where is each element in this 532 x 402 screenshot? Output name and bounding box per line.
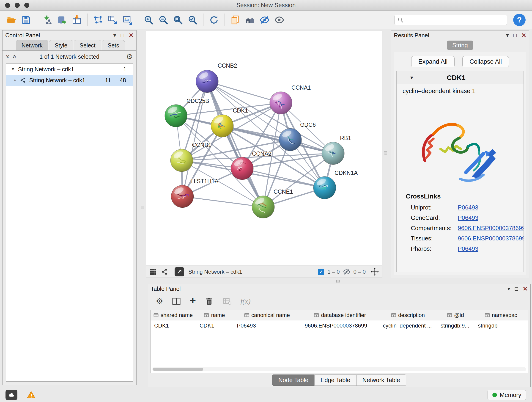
- table-cell[interactable]: stringdb: [474, 320, 528, 331]
- memory-button[interactable]: Memory: [488, 390, 526, 400]
- node-label[interactable]: HIST1H1A: [191, 178, 219, 184]
- delete-table-button-disabled[interactable]: [222, 297, 232, 306]
- tab-style[interactable]: Style: [49, 40, 73, 51]
- tab-select[interactable]: Select: [74, 40, 101, 51]
- column-header[interactable]: description: [379, 310, 437, 320]
- table-cell[interactable]: stringdb:9...: [437, 320, 474, 331]
- selected-checkbox-icon[interactable]: ✓: [318, 269, 324, 275]
- panel-close-icon[interactable]: ✕: [523, 286, 528, 292]
- panel-float-icon[interactable]: □: [515, 286, 518, 292]
- panel-collapse-icon[interactable]: ▾: [506, 32, 509, 38]
- network-row[interactable]: ● String Network – cdk1 11 48: [6, 75, 133, 86]
- network-options-gear-icon[interactable]: ⚙: [126, 52, 133, 61]
- expand-all-button[interactable]: Expand All: [411, 56, 455, 67]
- import-table-button[interactable]: [70, 13, 83, 27]
- network-collection-row[interactable]: ▼ String Network – cdk1 1: [6, 64, 133, 75]
- share-network-icon[interactable]: [161, 268, 168, 275]
- column-header[interactable]: shared name: [151, 310, 196, 320]
- clone-network-button[interactable]: [229, 13, 242, 27]
- crosslink-value-link[interactable]: P06493: [458, 214, 478, 221]
- table-cell[interactable]: P06493: [233, 320, 301, 331]
- zoom-window-button[interactable]: [24, 3, 29, 8]
- panel-close-icon[interactable]: ✕: [128, 32, 133, 38]
- panel-close-icon[interactable]: ✕: [521, 32, 526, 38]
- column-header[interactable]: @id: [437, 310, 474, 320]
- node-label[interactable]: CCNA2: [252, 150, 272, 157]
- tab-edge-table[interactable]: Edge Table: [314, 375, 356, 386]
- crosslink-value-link[interactable]: P06493: [458, 245, 478, 252]
- node-label[interactable]: CDC6: [300, 121, 316, 128]
- add-column-button[interactable]: +: [190, 295, 196, 306]
- node-label[interactable]: CDC25B: [186, 98, 209, 104]
- crosslink-value-link[interactable]: 9606.ENSP00000378699: [458, 235, 524, 242]
- card-expanded-icon[interactable]: ▼: [409, 75, 414, 80]
- function-builder-button[interactable]: f(x): [240, 297, 250, 306]
- open-in-window-button[interactable]: [175, 267, 184, 276]
- save-session-button[interactable]: [20, 13, 32, 27]
- show-all-button[interactable]: [273, 13, 286, 27]
- table-cell[interactable]: CDK1: [151, 320, 196, 331]
- panel-float-icon[interactable]: □: [121, 32, 124, 38]
- show-columns-button[interactable]: [172, 297, 181, 306]
- network-from-table-button[interactable]: [106, 13, 119, 27]
- crosslink-value-link[interactable]: P06493: [458, 204, 478, 211]
- tab-network-table[interactable]: Network Table: [356, 375, 406, 386]
- node-label[interactable]: RB1: [340, 135, 351, 141]
- panel-collapse-icon[interactable]: ▾: [507, 286, 510, 292]
- apply-layout-button[interactable]: [208, 13, 220, 27]
- node-label[interactable]: CCNE1: [273, 188, 293, 195]
- export-image-button[interactable]: [121, 13, 134, 27]
- overview-button[interactable]: [244, 13, 256, 27]
- crosslink-value-link[interactable]: 9606.ENSP00000378699: [458, 225, 524, 232]
- column-header[interactable]: name: [196, 310, 233, 320]
- import-network-database-button[interactable]: [56, 13, 69, 27]
- zoom-in-button[interactable]: [142, 13, 155, 27]
- import-network-file-button[interactable]: [41, 13, 54, 27]
- grid-icon[interactable]: [149, 268, 157, 275]
- column-header[interactable]: namespac: [474, 310, 528, 320]
- collapse-all-button[interactable]: Collapse All: [462, 56, 509, 67]
- panel-float-icon[interactable]: □: [513, 32, 517, 38]
- fit-content-crosshair-icon[interactable]: [371, 268, 379, 276]
- string-network-graph[interactable]: CCNB2CCNA1CDC25BCDK1CDC6RB1CCNB1CCNA2CDK…: [146, 31, 382, 265]
- hidden-eye-slash-icon[interactable]: [343, 268, 350, 275]
- table-data-row[interactable]: CDK1CDK1P064939606.ENSP00000378699cyclin…: [151, 320, 528, 331]
- hide-selected-button[interactable]: [258, 13, 271, 27]
- left-splitter-handle[interactable]: [141, 206, 144, 209]
- tab-string[interactable]: String: [447, 41, 473, 50]
- panel-collapse-icon[interactable]: ▾: [114, 32, 116, 38]
- tab-node-table[interactable]: Node Table: [272, 375, 315, 386]
- node-label[interactable]: CCNB2: [218, 62, 237, 69]
- tree-expanded-icon[interactable]: ▼: [11, 67, 15, 71]
- help-button[interactable]: ?: [513, 14, 526, 26]
- zoom-fit-button[interactable]: [172, 13, 184, 27]
- minimize-window-button[interactable]: [15, 3, 20, 8]
- delete-column-button[interactable]: [205, 297, 214, 306]
- table-cell[interactable]: CDK1: [196, 320, 233, 331]
- tab-network[interactable]: Network: [16, 40, 48, 51]
- right-splitter-handle[interactable]: [384, 151, 387, 154]
- column-header[interactable]: canonical name: [233, 310, 301, 320]
- network-view[interactable]: CCNB2CCNA1CDC25BCDK1CDC6RB1CCNB1CCNA2CDK…: [146, 30, 382, 265]
- close-window-button[interactable]: [5, 3, 10, 8]
- search-input[interactable]: [406, 17, 504, 23]
- zoom-out-button[interactable]: [157, 13, 170, 27]
- new-network-button[interactable]: [92, 13, 104, 27]
- column-header[interactable]: database identifier: [301, 310, 379, 320]
- warnings-button[interactable]: [26, 390, 37, 400]
- table-cell[interactable]: cyclin–dependent ...: [379, 320, 437, 331]
- node-label[interactable]: CDKN1A: [335, 170, 358, 176]
- horizontal-scrollbar[interactable]: [152, 367, 526, 371]
- node-label[interactable]: CDK1: [233, 107, 248, 114]
- table-settings-gear-icon[interactable]: ⚙: [156, 296, 163, 306]
- node-label[interactable]: CCNA1: [291, 84, 311, 91]
- table-cell[interactable]: 9606.ENSP00000378699: [301, 320, 379, 331]
- scrollbar-thumb[interactable]: [153, 368, 203, 371]
- expand-all-tree-icon[interactable]: »: [10, 55, 17, 58]
- open-session-button[interactable]: [5, 13, 18, 27]
- bottom-splitter-handle[interactable]: [336, 280, 340, 283]
- zoom-selected-button[interactable]: [186, 13, 199, 27]
- protein-card-header[interactable]: ▼ CDK1: [397, 71, 524, 84]
- tab-sets[interactable]: Sets: [102, 40, 125, 51]
- cloud-status-button[interactable]: [6, 390, 17, 400]
